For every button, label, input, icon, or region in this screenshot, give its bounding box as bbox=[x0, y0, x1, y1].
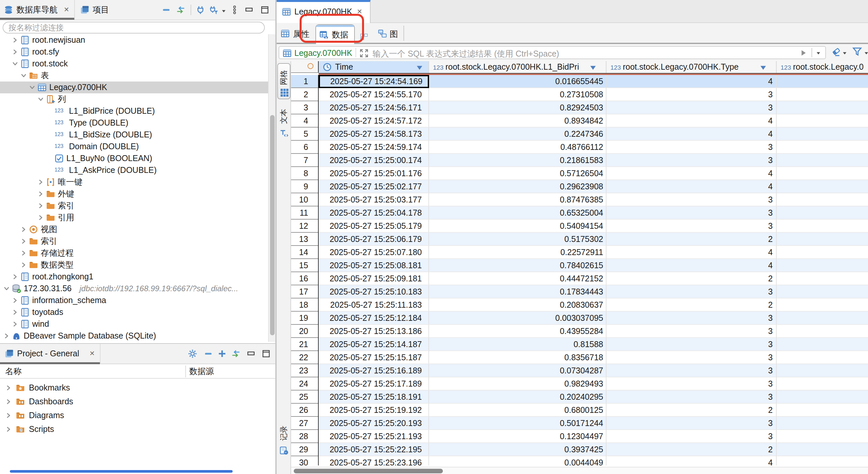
sql-filter-input[interactable]: Legacy.0700HK 输入一个 SQL 表达式来过滤结果 (使用 Ctrl… bbox=[279, 46, 826, 59]
chevron-down-icon[interactable] bbox=[29, 84, 35, 91]
column-header-time[interactable]: Time bbox=[319, 61, 429, 73]
tree-item-L1_BidSize-DOUBLE-[interactable]: 123L1_BidSize (DOUBLE) bbox=[0, 129, 275, 141]
tree-item--[interactable]: 表 bbox=[0, 70, 275, 82]
grid-cell[interactable]: 3 bbox=[607, 338, 777, 351]
grid-cell[interactable]: 0.12304497 bbox=[429, 430, 607, 443]
chevron-right-icon[interactable] bbox=[37, 214, 44, 221]
row-number[interactable]: 30 bbox=[291, 456, 318, 466]
grid-hscrollbar[interactable] bbox=[291, 467, 868, 474]
tree-item-Legacy.0700HK[interactable]: Legacy.0700HK bbox=[0, 82, 275, 93]
grid-cell[interactable] bbox=[777, 246, 868, 259]
row-number[interactable]: 29 bbox=[291, 443, 318, 456]
row-number[interactable]: 24 bbox=[291, 377, 318, 390]
tree-item-toyotads[interactable]: toyotads bbox=[0, 306, 275, 318]
grid-cell[interactable]: 2025-05-27 15:24:56.171 bbox=[319, 101, 429, 114]
row-number[interactable]: 16 bbox=[291, 272, 318, 285]
grid-cell[interactable]: 2 bbox=[607, 298, 777, 312]
chevron-right-icon[interactable] bbox=[37, 179, 44, 185]
column-divider[interactable] bbox=[185, 365, 186, 377]
minimize-icon[interactable] bbox=[244, 5, 254, 14]
row-number[interactable]: 8 bbox=[291, 167, 318, 180]
grid-cell[interactable] bbox=[777, 141, 868, 154]
grid-cell[interactable]: 2025-05-27 15:25:13.186 bbox=[319, 325, 429, 338]
grid-cell[interactable]: 2025-05-27 15:25:00.174 bbox=[319, 154, 429, 167]
grid-cell[interactable]: 2 bbox=[607, 272, 777, 285]
tree-item-DBeaver-Sample-Database-SQLite-[interactable]: DBeaver Sample Database (SQLite) bbox=[0, 330, 275, 342]
subtab-data[interactable]: 数据 bbox=[315, 24, 355, 44]
tree-item-root.stock[interactable]: root.stock bbox=[0, 58, 275, 70]
grid-cell[interactable]: 2025-05-27 15:24:57.172 bbox=[319, 114, 429, 127]
chevron-right-icon[interactable] bbox=[5, 412, 12, 419]
overflow-icon[interactable] bbox=[230, 5, 239, 14]
minimize-icon[interactable] bbox=[246, 349, 256, 358]
grid-cell[interactable]: 3 bbox=[607, 101, 777, 114]
grid-row-22[interactable]: 2025-05-27 15:25:15.1870.83567183 bbox=[319, 351, 868, 364]
chevron-right-icon[interactable] bbox=[20, 226, 27, 233]
grid-cell[interactable] bbox=[777, 456, 868, 466]
chevron-right-icon[interactable] bbox=[5, 385, 12, 391]
grid-cell[interactable]: 3 bbox=[607, 141, 777, 154]
grid-cell[interactable] bbox=[777, 285, 868, 298]
grid-cell[interactable] bbox=[777, 443, 868, 456]
grid-cell[interactable]: 0.2247346 bbox=[429, 127, 607, 141]
grid-cell[interactable]: 2025-05-27 15:25:05.179 bbox=[319, 219, 429, 233]
grid-cell[interactable]: 2025-05-27 15:25:10.183 bbox=[319, 285, 429, 298]
chevron-right-icon[interactable] bbox=[20, 250, 27, 257]
chevron-right-icon[interactable] bbox=[12, 49, 19, 55]
grid-cell[interactable]: 3 bbox=[607, 88, 777, 101]
grid-cell[interactable]: 0.20830637 bbox=[429, 298, 607, 312]
grid-cell[interactable] bbox=[777, 298, 868, 312]
grid-cell[interactable] bbox=[777, 417, 868, 430]
grid-cell[interactable]: 2025-05-27 15:25:08.181 bbox=[319, 259, 429, 272]
maximize-icon[interactable] bbox=[261, 349, 271, 358]
project-item-dashboards[interactable]: Dashboards bbox=[0, 395, 275, 409]
grid-cell[interactable]: 3 bbox=[607, 219, 777, 233]
view-tab-grid[interactable]: 网格 bbox=[277, 63, 290, 99]
horizontal-scrollbar-accent[interactable] bbox=[10, 470, 232, 473]
tree-scrollbar[interactable] bbox=[268, 34, 275, 342]
grid-cell[interactable]: 3 bbox=[607, 312, 777, 325]
grid-cell[interactable] bbox=[777, 404, 868, 417]
grid-cell[interactable]: 2025-05-27 15:25:19.192 bbox=[319, 404, 429, 417]
grid-cell[interactable]: 4 bbox=[607, 246, 777, 259]
grid-cell[interactable] bbox=[777, 338, 868, 351]
grid-cell[interactable]: 2025-05-27 15:24:58.173 bbox=[319, 127, 429, 141]
maximize-icon[interactable] bbox=[260, 5, 270, 14]
grid-cell[interactable]: 0.50171244 bbox=[429, 417, 607, 430]
grid-cell[interactable]: 0.87476385 bbox=[429, 193, 607, 206]
chevron-right-icon[interactable] bbox=[5, 398, 12, 405]
grid-row-2[interactable]: 2025-05-27 15:24:55.1700.273105083 bbox=[319, 88, 868, 101]
link-icon[interactable] bbox=[231, 349, 241, 358]
chevron-right-icon[interactable] bbox=[12, 273, 19, 280]
project-item-bookmarks[interactable]: Bookmarks bbox=[0, 381, 275, 395]
chevron-right-icon[interactable] bbox=[5, 426, 12, 433]
tree-item--[interactable]: 数据类型 bbox=[0, 259, 275, 271]
grid-cell[interactable]: 0.8934842 bbox=[429, 114, 607, 127]
grid-cell[interactable] bbox=[777, 206, 868, 219]
tree-scrollbar-thumb[interactable] bbox=[270, 115, 275, 335]
editor-tab-legacy-0700hk[interactable]: Legacy.0700HK ✕ bbox=[277, 0, 371, 23]
grid-cell[interactable] bbox=[777, 180, 868, 193]
tree-item-L1_BuyNo-BOOLEAN-[interactable]: L1_BuyNo (BOOLEAN) bbox=[0, 152, 275, 165]
grid-cell[interactable]: 2025-05-27 15:25:22.195 bbox=[319, 443, 429, 456]
column-header-col1[interactable]: 123root.stock.Legacy.0700HK.L1_BidPri bbox=[429, 61, 607, 73]
grid-cell[interactable]: 4 bbox=[607, 114, 777, 127]
grid-cell[interactable]: 3 bbox=[607, 377, 777, 390]
grid-cell[interactable]: 4 bbox=[607, 75, 777, 88]
grid-row-15[interactable]: 2025-05-27 15:25:08.1810.784026154 bbox=[319, 259, 868, 272]
grid-cell[interactable]: 2025-05-27 15:25:12.184 bbox=[319, 312, 429, 325]
row-number-header[interactable] bbox=[291, 61, 319, 73]
view-tab-text[interactable]: 文本 bbox=[277, 100, 291, 139]
close-tab-icon[interactable]: ✕ bbox=[64, 6, 69, 13]
grid-cell[interactable]: 3 bbox=[607, 390, 777, 404]
grid-cell[interactable]: 2025-05-27 15:25:14.187 bbox=[319, 338, 429, 351]
chevron-right-icon[interactable] bbox=[12, 321, 19, 327]
grid-cell[interactable]: 3 bbox=[607, 193, 777, 206]
grid-cell[interactable] bbox=[777, 430, 868, 443]
chevron-down-icon[interactable] bbox=[37, 96, 44, 102]
row-number[interactable]: 5 bbox=[291, 127, 318, 141]
grid-cell[interactable]: 0.81588 bbox=[429, 338, 607, 351]
column-header-col2[interactable]: 123root.stock.Legacy.0700HK.Type bbox=[607, 61, 777, 73]
grid-cell[interactable] bbox=[777, 154, 868, 167]
connection-filter-input[interactable] bbox=[3, 22, 265, 33]
